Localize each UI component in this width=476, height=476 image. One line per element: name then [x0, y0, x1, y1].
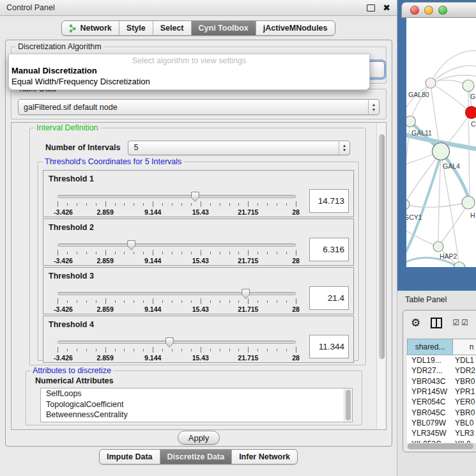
threshold-value-field[interactable]: 11.344	[309, 335, 349, 358]
minimize-light[interactable]	[424, 6, 433, 15]
interval-definition-group: Interval Definition Number of Intervals …	[29, 128, 366, 365]
attribute-list-item[interactable]: SelfLoops	[41, 388, 352, 399]
tick-mark	[153, 298, 153, 304]
table-column-header[interactable]: n	[452, 339, 476, 355]
table-data-combobox[interactable]: galFiltered.sif default node ▲▼	[18, 99, 380, 115]
checkbox-icon[interactable]	[461, 318, 468, 327]
tick-label: 21.715	[238, 354, 258, 362]
float-window-icon[interactable]	[367, 4, 375, 12]
numerical-attributes-label: Numerical Attributes	[35, 376, 113, 385]
tick-mark	[162, 349, 163, 351]
network-canvas[interactable]: GAL80GCGAL11GAL4GCY1HHAP2	[406, 18, 476, 267]
table-row[interactable]: YBR045CYBR0	[407, 407, 476, 417]
slider-track[interactable]	[58, 292, 296, 295]
tab-impute-data[interactable]: Impute Data	[100, 450, 160, 464]
tick-mark	[124, 252, 125, 254]
checkbox-icon[interactable]	[452, 318, 459, 327]
list-scrollbar-thumb[interactable]	[346, 390, 351, 420]
tick-mark	[277, 203, 277, 206]
slider-tick-labels: -3.4262.8599.14415.4321.71528	[58, 305, 296, 313]
table-row[interactable]: YIL052CYIL0	[407, 438, 476, 443]
slider-track[interactable]	[58, 243, 296, 247]
table-row[interactable]: YBR043CYBR0	[407, 376, 476, 387]
numerical-attributes-list[interactable]: SelfLoopsTopologicalCoefficientBetweenne…	[40, 388, 353, 422]
tab-network[interactable]: Network	[62, 21, 119, 35]
settings-scrollbar[interactable]	[376, 123, 386, 429]
table-row[interactable]: YDR27...YDR2	[407, 365, 476, 376]
tick-mark	[115, 349, 116, 351]
settings-scrollbar-thumb[interactable]	[379, 134, 385, 359]
network-node[interactable]	[406, 116, 416, 127]
tab-discretize-data[interactable]: Discretize Data	[160, 450, 233, 464]
network-window-titlebar[interactable]	[401, 2, 476, 18]
gear-icon[interactable]	[411, 316, 420, 330]
tick-mark	[296, 250, 296, 256]
split-view-icon[interactable]	[431, 318, 442, 328]
threshold-slider[interactable]: -3.4262.8599.14415.4321.71528	[58, 339, 296, 361]
slider-thumb[interactable]	[242, 289, 250, 299]
network-node-label: H	[470, 211, 475, 219]
threshold-slider[interactable]: -3.4262.8599.14415.4321.71528	[58, 291, 296, 312]
slider-track[interactable]	[58, 195, 296, 198]
network-node[interactable]	[466, 107, 476, 119]
network-node[interactable]	[426, 78, 436, 88]
threshold-value-field[interactable]: 14.713	[309, 189, 349, 213]
tick-mark	[143, 203, 144, 206]
close-icon[interactable]: ✖	[383, 3, 390, 12]
network-node[interactable]	[462, 196, 475, 209]
threshold-label: Threshold 4	[49, 320, 94, 329]
tab-cyni-toolbox[interactable]: Cyni Toolbox	[192, 21, 256, 35]
apply-button[interactable]: Apply	[178, 431, 220, 445]
tick-label: 28	[292, 305, 300, 313]
tab-label: jActiveMNodules	[263, 24, 328, 33]
tab-label: Network	[80, 24, 111, 33]
network-node[interactable]	[454, 262, 465, 267]
table-row[interactable]: YLR345WYLR3	[407, 428, 476, 438]
threshold-label: Threshold 1	[49, 174, 94, 183]
attributes-group: Attributes to discretize Numerical Attri…	[26, 371, 362, 426]
tick-mark	[267, 300, 268, 303]
close-light[interactable]	[410, 6, 419, 15]
network-node[interactable]	[406, 199, 410, 210]
algorithm-option[interactable]: Manual Discretization	[9, 65, 369, 76]
tab-label: Select	[160, 24, 184, 33]
table-column-header[interactable]: shared...	[407, 339, 452, 355]
tick-mark	[201, 347, 201, 353]
table-row[interactable]: YPR145WYPR1	[407, 387, 476, 397]
tick-label: 9.144	[144, 257, 161, 265]
table-row[interactable]: YBL079WYBL0	[407, 418, 476, 428]
list-scrollbar[interactable]	[344, 388, 352, 422]
stepper-arrows-icon: ▲▼	[339, 141, 349, 155]
tick-mark	[105, 298, 106, 304]
tick-mark	[238, 252, 239, 254]
table-row[interactable]: YER054CYER0	[407, 397, 476, 407]
algorithm-option[interactable]: Equal Width/Frequency Discretization	[9, 76, 369, 87]
attribute-list-item[interactable]: TopologicalCoefficient	[41, 399, 352, 410]
tick-mark	[267, 349, 268, 351]
attribute-list-item[interactable]: BetweennessCentrality	[41, 410, 352, 420]
number-of-intervals-combobox[interactable]: 5 ▲▼	[128, 141, 350, 155]
tick-label: 2.859	[96, 208, 113, 216]
table-hscrollbar-thumb[interactable]	[408, 443, 473, 449]
tick-mark	[67, 349, 68, 351]
slider-track[interactable]	[58, 341, 296, 344]
table-hscrollbar[interactable]	[407, 443, 476, 450]
threshold-panel: Threshold 3-3.4262.8599.14415.4321.71528…	[43, 267, 354, 314]
threshold-slider[interactable]: -3.4262.8599.14415.4321.71528	[58, 242, 296, 264]
tab-infer-network[interactable]: Infer Network	[232, 450, 297, 464]
zoom-light[interactable]	[438, 6, 447, 15]
slider-thumb[interactable]	[191, 192, 199, 202]
threshold-slider[interactable]: -3.4262.8599.14415.4321.71528	[58, 194, 296, 215]
network-node[interactable]	[463, 80, 474, 91]
tick-mark	[286, 300, 287, 303]
table-row[interactable]: YDL19...YDL1	[407, 355, 476, 365]
network-node[interactable]	[433, 242, 443, 252]
slider-thumb[interactable]	[127, 240, 135, 250]
tab-jactivemnodules[interactable]: jActiveMNodules	[256, 21, 335, 35]
tab-style[interactable]: Style	[119, 21, 153, 35]
threshold-value-field[interactable]: 6.316	[309, 238, 349, 261]
tab-select[interactable]: Select	[153, 21, 192, 35]
threshold-value-field[interactable]: 21.4	[309, 286, 349, 310]
slider-thumb[interactable]	[165, 337, 174, 348]
network-node[interactable]	[433, 143, 450, 160]
